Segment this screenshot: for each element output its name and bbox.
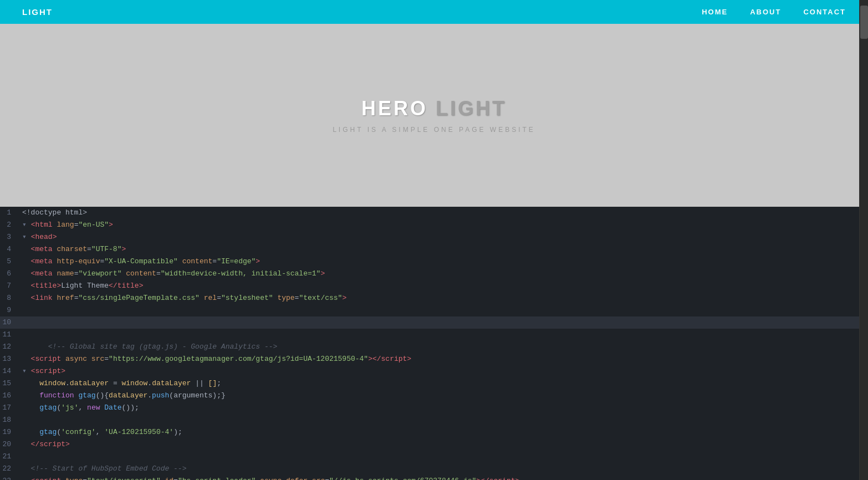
code-line: 2 ▾ <html lang="en-US"> bbox=[0, 219, 868, 231]
code-line: 5 <meta http-equiv="X-UA-Compatible" con… bbox=[0, 256, 868, 268]
code-line: 13 <script async src="https://www.google… bbox=[0, 353, 868, 365]
nav-home[interactable]: HOME bbox=[702, 8, 728, 16]
hero-subtitle: LIGHT IS A SIMPLE ONE PAGE WEBSITE bbox=[333, 126, 535, 134]
code-line: 22 <!-- Start of HubSpot Embed Code --> bbox=[0, 463, 868, 475]
code-line: 20 </script> bbox=[0, 438, 868, 451]
hero-title: HERO LIGHT bbox=[361, 97, 507, 120]
code-line: 16 function gtag(){dataLayer.push(argume… bbox=[0, 390, 868, 402]
code-line: 1 <!doctype html> bbox=[0, 207, 868, 219]
code-line: 6 <meta name="viewport" content="width=d… bbox=[0, 268, 868, 280]
code-line: 4 <meta charset="UTF-8"> bbox=[0, 243, 868, 256]
code-line: 21 bbox=[0, 451, 868, 463]
code-line: 15 window.dataLayer = window.dataLayer |… bbox=[0, 377, 868, 390]
code-editor: 1 <!doctype html> 2 ▾ <html lang="en-US"… bbox=[0, 207, 868, 480]
code-line: 17 gtag('js', new Date()); bbox=[0, 402, 868, 414]
code-line: 7 <title>Light Theme</title> bbox=[0, 280, 868, 292]
code-line: 18 bbox=[0, 414, 868, 426]
code-line: 3 ▾ <head> bbox=[0, 231, 868, 243]
code-line: 19 gtag('config', 'UA-120215950-4'); bbox=[0, 426, 868, 438]
nav-logo: LIGHT bbox=[22, 7, 53, 17]
code-line: 23 <script type="text/javascript" id="hs… bbox=[0, 475, 868, 480]
navbar: LIGHT HOME ABOUT CONTACT bbox=[0, 0, 868, 24]
page-wrapper: LIGHT HOME ABOUT CONTACT HERO LIGHT LIGH… bbox=[0, 0, 868, 480]
nav-contact[interactable]: CONTACT bbox=[803, 8, 846, 16]
code-line-highlighted: 10 bbox=[0, 316, 868, 329]
code-line: 14 ▾ <script> bbox=[0, 365, 868, 377]
code-line: 12 <!-- Global site tag (gtag.js) - Goog… bbox=[0, 341, 868, 353]
nav-links: HOME ABOUT CONTACT bbox=[702, 8, 846, 16]
code-line: 11 bbox=[0, 329, 868, 341]
hero-title-part1: HERO bbox=[361, 97, 428, 120]
hero-title-part2: LIGHT bbox=[436, 97, 507, 120]
nav-about[interactable]: ABOUT bbox=[750, 8, 781, 16]
code-line: 8 <link href="css/singlePageTemplate.css… bbox=[0, 292, 868, 304]
code-line: 9 bbox=[0, 304, 868, 316]
scrollbar-thumb[interactable] bbox=[860, 6, 868, 39]
scrollbar[interactable] bbox=[859, 0, 868, 480]
hero-section: HERO LIGHT LIGHT IS A SIMPLE ONE PAGE WE… bbox=[0, 24, 868, 207]
